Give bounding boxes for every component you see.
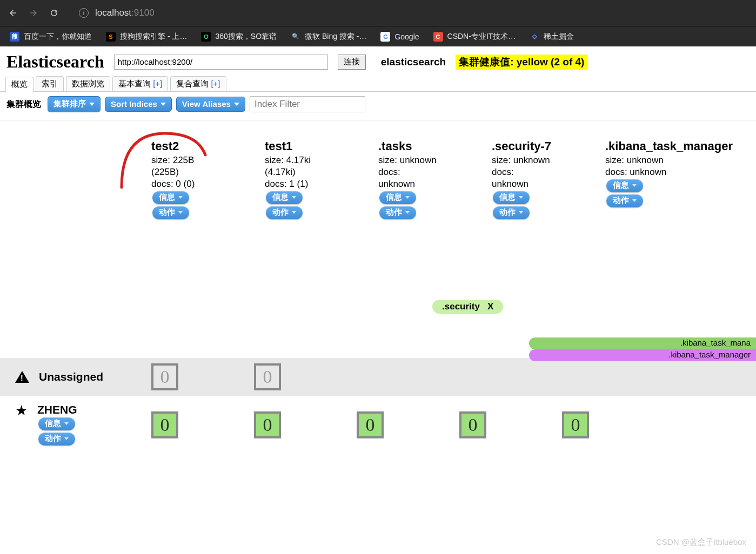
- page-title: Elasticsearch: [6, 52, 104, 72]
- kibana-ribbon-1[interactable]: .kibana_task_mana: [529, 337, 756, 349]
- kibana-ribbon-2[interactable]: .kibana_task_manager: [529, 349, 756, 361]
- cluster-name: elasticsearch: [381, 56, 446, 68]
- bookmark-item[interactable]: 🔍微软 Bing 搜索 -…: [291, 32, 366, 42]
- bookmark-item[interactable]: GGoogle: [380, 32, 419, 42]
- cluster-sort-button[interactable]: 集群排序: [48, 96, 101, 112]
- caret-down-icon: [632, 184, 637, 187]
- index-action-button[interactable]: 动作: [266, 206, 303, 219]
- shard-cell[interactable]: 0: [357, 411, 384, 438]
- index-meta: size: 4.17ki: [265, 154, 362, 166]
- tab-复合查询[interactable]: 复合查询 [+]: [170, 76, 226, 91]
- tabs: 概览索引数据浏览基本查询 [+]复合查询 [+]: [0, 74, 756, 92]
- index-name[interactable]: test1: [265, 139, 362, 154]
- star-icon: ★: [15, 403, 28, 417]
- tab-基本查询[interactable]: 基本查询 [+]: [112, 76, 168, 91]
- index-card: .security-7size: unknowndocs:unknown信息动作: [492, 139, 589, 261]
- cluster-toolbar: 集群概览 集群排序 Sort Indices View Aliases: [0, 92, 756, 120]
- bookmarks-bar: 熊百度一下，你就知道S搜狗搜索引擎 - 上…O360搜索，SO靠谱🔍微软 Bin…: [0, 26, 756, 46]
- bookmark-icon: ◇: [530, 32, 539, 42]
- bookmark-label: Google: [394, 32, 419, 41]
- cluster-health-badge: 集群健康值: yellow (2 of 4): [456, 55, 587, 70]
- index-action-button[interactable]: 动作: [152, 206, 189, 219]
- url-box[interactable]: i localhost:9100: [79, 8, 155, 18]
- bookmark-item[interactable]: 熊百度一下，你就知道: [10, 32, 92, 42]
- bookmark-label: 360搜索，SO靠谱: [215, 32, 277, 42]
- caret-down-icon: [405, 196, 410, 199]
- tab-索引[interactable]: 索引: [36, 76, 64, 91]
- tab-概览[interactable]: 概览: [5, 77, 34, 92]
- index-meta: docs:: [378, 166, 476, 178]
- bookmark-label: 百度一下，你就知道: [24, 32, 92, 42]
- caret-down-icon: [178, 211, 183, 214]
- index-info-button[interactable]: 信息: [266, 191, 303, 204]
- tab-数据浏览[interactable]: 数据浏览: [66, 76, 110, 91]
- caret-down-icon: [292, 211, 296, 214]
- index-info-button[interactable]: 信息: [606, 179, 643, 192]
- node-action-button[interactable]: 动作: [38, 433, 75, 445]
- index-info-button[interactable]: 信息: [493, 191, 530, 204]
- index-info-button[interactable]: 信息: [152, 191, 189, 204]
- shard-table: Unassigned 0 0 ★ ZHENG 信息 动作 0 0 0 0 0: [0, 358, 756, 454]
- page-header: Elasticsearch 连接 elasticsearch 集群健康值: ye…: [0, 46, 756, 74]
- index-meta: size: unknown: [492, 154, 589, 166]
- caret-down-icon: [519, 196, 523, 199]
- site-info-icon[interactable]: i: [79, 8, 89, 18]
- bookmark-icon: C: [433, 32, 443, 42]
- back-button[interactable]: [8, 8, 18, 18]
- index-name[interactable]: .tasks: [378, 139, 476, 154]
- tags-area: .security X .kibana_task_mana .kibana_ta…: [0, 261, 756, 358]
- warning-icon: [15, 371, 29, 383]
- bookmark-icon: 🔍: [291, 32, 300, 42]
- bookmark-label: 稀土掘金: [544, 32, 574, 42]
- alias-label: .security: [442, 301, 480, 312]
- shard-cell[interactable]: 0: [151, 363, 178, 390]
- node-row: ★ ZHENG 信息 动作 0 0 0 0 0: [0, 396, 756, 454]
- connect-button[interactable]: 连接: [338, 55, 366, 70]
- forward-button[interactable]: [28, 8, 39, 18]
- caret-down-icon: [632, 199, 637, 202]
- index-meta: docs: unknown: [605, 166, 703, 178]
- caret-down-icon: [160, 103, 166, 106]
- bookmark-item[interactable]: S搜狗搜索引擎 - 上…: [106, 32, 187, 42]
- bookmark-icon: O: [201, 32, 211, 42]
- index-meta: docs:: [492, 166, 589, 178]
- shard-cell[interactable]: 0: [151, 411, 178, 438]
- browser-address-bar: i localhost:9100: [0, 0, 756, 26]
- index-action-button[interactable]: 动作: [493, 206, 530, 219]
- toolbar-label: 集群概览: [6, 99, 41, 110]
- caret-down-icon: [292, 196, 296, 199]
- annotation-red-arc: [116, 128, 208, 193]
- index-info-button[interactable]: 信息: [379, 191, 416, 204]
- index-name[interactable]: .kibana_task_manager: [605, 139, 703, 154]
- sort-indices-button[interactable]: Sort Indices: [105, 97, 172, 112]
- bookmark-item[interactable]: ◇稀土掘金: [530, 32, 574, 42]
- node-info-button[interactable]: 信息: [38, 417, 75, 430]
- index-action-button[interactable]: 动作: [606, 194, 643, 207]
- view-aliases-button[interactable]: View Aliases: [176, 97, 245, 112]
- shard-cell[interactable]: 0: [562, 411, 589, 438]
- caret-down-icon: [405, 211, 410, 214]
- bookmark-item[interactable]: O360搜索，SO靠谱: [201, 32, 277, 42]
- index-card: .kibana_task_managersize: unknowndocs: u…: [605, 139, 703, 261]
- plus-icon: [+]: [151, 79, 162, 88]
- caret-down-icon: [64, 422, 69, 425]
- bookmark-label: 微软 Bing 搜索 -…: [305, 32, 366, 42]
- bookmark-item[interactable]: CCSDN-专业IT技术…: [433, 32, 516, 42]
- shard-cell[interactable]: 0: [254, 411, 281, 438]
- connection-url-input[interactable]: [114, 55, 328, 70]
- index-action-button[interactable]: 动作: [379, 206, 416, 219]
- shard-cell[interactable]: 0: [254, 363, 281, 390]
- url-text: localhost:9100: [95, 8, 155, 18]
- node-name: ZHENG: [37, 403, 77, 416]
- index-filter-input[interactable]: [250, 96, 365, 112]
- bookmark-label: 搜狗搜索引擎 - 上…: [120, 32, 187, 42]
- unassigned-row: Unassigned 0 0: [0, 358, 756, 396]
- bookmark-icon: S: [106, 32, 116, 42]
- close-icon[interactable]: X: [487, 301, 493, 312]
- caret-down-icon: [519, 211, 523, 214]
- reload-button[interactable]: [49, 8, 59, 18]
- security-alias-tag[interactable]: .security X: [432, 300, 503, 314]
- shard-cell[interactable]: 0: [459, 411, 486, 438]
- index-name[interactable]: .security-7: [492, 139, 589, 154]
- index-meta: size: unknown: [605, 154, 703, 166]
